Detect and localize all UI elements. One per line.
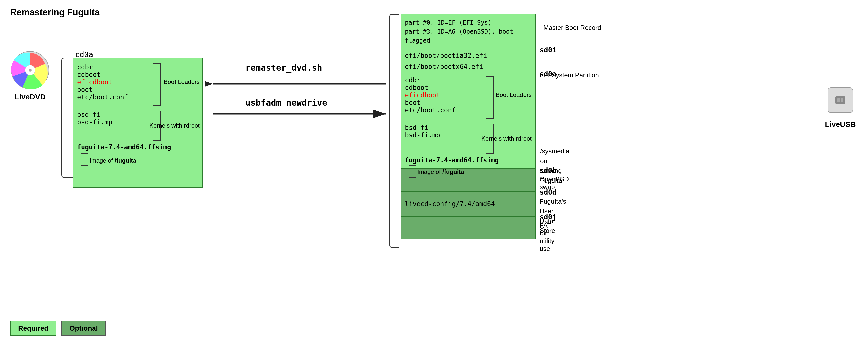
sd0b-label: sd0b: [539, 166, 556, 175]
arrow-usbfadm: [205, 108, 393, 120]
usb-partitions: part #0, ID=EF (EFI Sys) part #3, ID=A6 …: [401, 14, 536, 239]
sd0d-partition: livecd-config/7.4/amd64 FuguIta's User D…: [401, 192, 536, 217]
sd0j-desc: FAT for utility use: [539, 222, 554, 253]
cd0a-box: cdbr cdboot eficdboot boot etc/boot.conf…: [72, 58, 203, 188]
sd0a-bootloaders-label: Boot Loaders: [496, 91, 531, 98]
dvd-icon: [10, 50, 50, 90]
cd-brace: [61, 58, 72, 178]
liveusb-label: LiveUSB: [825, 120, 856, 129]
cd0a-bsdfi: bsd-fi: [77, 111, 113, 119]
sd0a-boot-loaders: cdbr cdboot eficdboot boot etc/boot.conf: [405, 76, 456, 114]
svg-rect-10: [841, 98, 843, 102]
cd0a-boot: boot: [77, 86, 128, 93]
sd0d-label: sd0d: [539, 188, 556, 196]
mbr-line1: part #0, ID=EF (EFI Sys): [405, 18, 531, 27]
svg-point-2: [29, 69, 32, 72]
cd0a-kernels: bsd-fi bsd-fi.mp: [77, 111, 113, 126]
cd0a-imagelabel: Image of /fuguita: [90, 157, 136, 164]
liveusb-container: LiveUSB: [823, 83, 858, 129]
mbr-content: part #0, ID=EF (EFI Sys) part #3, ID=A6 …: [401, 14, 535, 49]
sd0i-partition: efi/boot/bootia32.efi efi/boot/bootx64.e…: [401, 46, 536, 71]
arrow-right-label: usbfadm newdrive: [245, 98, 328, 108]
sd0j-partition: FAT for utility use: [401, 217, 536, 239]
sd0d-content: livecd-config/7.4/amd64: [401, 196, 499, 211]
svg-rect-8: [835, 96, 845, 104]
cd0a-bootloaders-brace: [153, 63, 161, 106]
cd0a-etcbootconf: etc/boot.conf: [77, 93, 128, 101]
legend: Required Optional: [10, 321, 106, 336]
sd0a-kernels: bsd-fi bsd-fi.mp: [405, 124, 440, 139]
sd0a-bootloaders-brace: [487, 76, 494, 119]
cd0a-inner: cdbr cdboot eficdboot boot etc/boot.conf…: [73, 58, 202, 187]
cd0a-bootloaders-label: Boot Loaders: [164, 78, 199, 85]
usb-icon: [823, 83, 858, 118]
cd0a-imagebrace: [81, 154, 88, 166]
livedvd-container: LiveDVD: [10, 50, 50, 101]
sd0i-line2: efi/boot/bootx64.efi: [405, 61, 531, 72]
sd0a-imagebrace: [409, 165, 416, 178]
cd0a-cdboot: cdboot: [77, 71, 128, 78]
sd0a-kernels-label: Kernels with rdroot: [482, 135, 531, 142]
sd0i-label: sd0i: [539, 46, 556, 54]
sd0i-line1: efi/boot/bootia32.efi: [405, 50, 531, 61]
sd0a-partition: cdbr cdboot eficdboot boot etc/boot.conf…: [401, 71, 536, 169]
cd0a-kernels-label: Kernels with rdroot: [150, 122, 199, 129]
sd0j-label: sd0j: [539, 213, 556, 221]
cd0a-eficdboot: eficdboot: [77, 78, 128, 86]
sd0a-label: sd0a: [539, 70, 556, 78]
mbr-line2: part #3, ID=A6 (OpenBSD), boot flagged: [405, 27, 531, 45]
mbr-partition: part #0, ID=EF (EFI Sys) part #3, ID=A6 …: [401, 14, 536, 46]
svg-rect-9: [837, 98, 840, 102]
cd0a-boot-loaders: cdbr cdboot eficdboot boot etc/boot.conf: [77, 63, 128, 101]
usb-brace: [389, 14, 399, 248]
cd0a-cdbr: cdbr: [77, 63, 128, 71]
legend-required: Required: [10, 321, 56, 336]
mbr-right-label: Master Boot Record: [543, 24, 601, 32]
cd0a-ffsimg: fuguita-7.4-amd64.ffsimg: [77, 143, 171, 151]
cd0a-bsdfimp: bsd-fi.mp: [77, 119, 113, 126]
legend-optional: Optional: [61, 321, 106, 336]
arrow-left-label: remaster_dvd.sh: [245, 63, 322, 73]
sd0a-ffsimg: fuguita-7.4-amd64.ffsimg: [405, 157, 499, 164]
sd0a-imagelabel: Image of /fuguita: [417, 168, 464, 176]
arrow-remaster: [205, 77, 393, 90]
livedvd-label: LiveDVD: [14, 93, 45, 101]
page-title: Remastering FuguIta: [10, 7, 100, 18]
